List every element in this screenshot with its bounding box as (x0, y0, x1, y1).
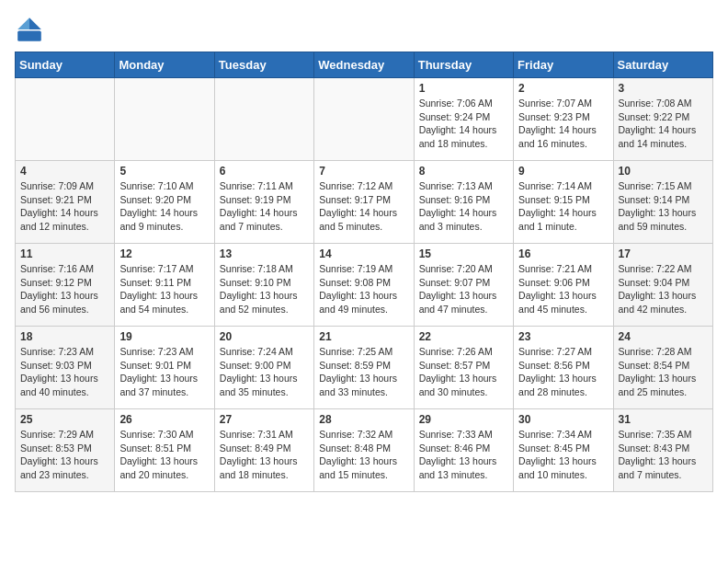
day-info: Sunrise: 7:17 AM Sunset: 9:11 PM Dayligh… (119, 262, 209, 316)
day-number: 4 (20, 165, 109, 178)
day-number: 23 (518, 330, 608, 343)
calendar-cell: 30Sunrise: 7:34 AM Sunset: 8:45 PM Dayli… (514, 409, 613, 492)
calendar-cell: 1Sunrise: 7:06 AM Sunset: 9:24 PM Daylig… (414, 78, 513, 161)
day-info: Sunrise: 7:24 AM Sunset: 9:00 PM Dayligh… (220, 345, 309, 399)
day-info: Sunrise: 7:34 AM Sunset: 8:45 PM Dayligh… (518, 428, 608, 482)
day-number: 13 (220, 247, 309, 260)
day-number: 10 (619, 165, 708, 178)
calendar-cell: 28Sunrise: 7:32 AM Sunset: 8:48 PM Dayli… (314, 409, 414, 492)
day-number: 24 (619, 330, 708, 343)
day-info: Sunrise: 7:12 AM Sunset: 9:17 PM Dayligh… (319, 179, 408, 234)
day-number: 6 (220, 165, 309, 178)
day-number: 2 (518, 82, 608, 95)
calendar-cell: 4Sunrise: 7:09 AM Sunset: 9:21 PM Daylig… (16, 161, 115, 244)
day-number: 9 (518, 165, 608, 178)
day-number: 5 (119, 165, 209, 178)
day-info: Sunrise: 7:19 AM Sunset: 9:08 PM Dayligh… (319, 262, 408, 316)
day-number: 20 (220, 330, 309, 343)
week-row-4: 18Sunrise: 7:23 AM Sunset: 9:03 PM Dayli… (16, 327, 713, 409)
day-number: 29 (419, 413, 508, 426)
calendar-cell (314, 78, 414, 161)
day-info: Sunrise: 7:21 AM Sunset: 9:06 PM Dayligh… (518, 262, 608, 316)
calendar-cell: 29Sunrise: 7:33 AM Sunset: 8:46 PM Dayli… (414, 409, 513, 492)
calendar-cell: 3Sunrise: 7:08 AM Sunset: 9:22 PM Daylig… (613, 78, 712, 161)
day-info: Sunrise: 7:35 AM Sunset: 8:43 PM Dayligh… (619, 428, 708, 482)
column-header-thursday: Thursday (414, 52, 513, 78)
calendar-cell: 15Sunrise: 7:20 AM Sunset: 9:07 PM Dayli… (414, 244, 513, 327)
calendar-cell: 12Sunrise: 7:17 AM Sunset: 9:11 PM Dayli… (115, 244, 214, 327)
calendar-cell: 27Sunrise: 7:31 AM Sunset: 8:49 PM Dayli… (214, 409, 313, 492)
day-info: Sunrise: 7:10 AM Sunset: 9:20 PM Dayligh… (119, 179, 209, 234)
calendar-cell: 7Sunrise: 7:12 AM Sunset: 9:17 PM Daylig… (314, 161, 414, 244)
day-info: Sunrise: 7:15 AM Sunset: 9:14 PM Dayligh… (619, 179, 708, 234)
day-info: Sunrise: 7:22 AM Sunset: 9:04 PM Dayligh… (619, 262, 708, 316)
day-info: Sunrise: 7:18 AM Sunset: 9:10 PM Dayligh… (220, 262, 309, 316)
day-info: Sunrise: 7:26 AM Sunset: 8:57 PM Dayligh… (419, 345, 508, 399)
day-number: 18 (20, 330, 109, 343)
day-info: Sunrise: 7:14 AM Sunset: 9:15 PM Dayligh… (518, 179, 608, 234)
day-info: Sunrise: 7:08 AM Sunset: 9:22 PM Dayligh… (619, 97, 708, 151)
calendar-cell: 13Sunrise: 7:18 AM Sunset: 9:10 PM Dayli… (214, 244, 313, 327)
day-info: Sunrise: 7:11 AM Sunset: 9:19 PM Dayligh… (220, 179, 309, 234)
day-number: 16 (518, 247, 608, 260)
calendar-cell: 10Sunrise: 7:15 AM Sunset: 9:14 PM Dayli… (613, 161, 712, 244)
calendar-cell: 19Sunrise: 7:23 AM Sunset: 9:01 PM Dayli… (115, 327, 214, 409)
column-header-wednesday: Wednesday (314, 52, 414, 78)
calendar-cell: 5Sunrise: 7:10 AM Sunset: 9:20 PM Daylig… (115, 161, 214, 244)
day-info: Sunrise: 7:23 AM Sunset: 9:01 PM Dayligh… (119, 345, 209, 399)
day-number: 17 (619, 247, 708, 260)
svg-rect-2 (17, 31, 41, 41)
day-info: Sunrise: 7:13 AM Sunset: 9:16 PM Dayligh… (419, 179, 508, 234)
column-header-saturday: Saturday (613, 52, 712, 78)
column-header-tuesday: Tuesday (214, 52, 313, 78)
day-number: 26 (119, 413, 209, 426)
day-number: 14 (319, 247, 408, 260)
calendar-cell: 9Sunrise: 7:14 AM Sunset: 9:15 PM Daylig… (514, 161, 613, 244)
day-info: Sunrise: 7:07 AM Sunset: 9:23 PM Dayligh… (518, 97, 608, 151)
day-info: Sunrise: 7:28 AM Sunset: 8:54 PM Dayligh… (619, 345, 708, 399)
logo-icon (15, 15, 44, 44)
column-header-monday: Monday (115, 52, 214, 78)
day-info: Sunrise: 7:33 AM Sunset: 8:46 PM Dayligh… (419, 428, 508, 482)
day-info: Sunrise: 7:29 AM Sunset: 8:53 PM Dayligh… (20, 428, 109, 482)
day-number: 8 (419, 165, 508, 178)
page-header (15, 15, 713, 44)
week-row-3: 11Sunrise: 7:16 AM Sunset: 9:12 PM Dayli… (16, 244, 713, 327)
calendar-cell: 17Sunrise: 7:22 AM Sunset: 9:04 PM Dayli… (613, 244, 712, 327)
calendar-cell: 8Sunrise: 7:13 AM Sunset: 9:16 PM Daylig… (414, 161, 513, 244)
day-info: Sunrise: 7:31 AM Sunset: 8:49 PM Dayligh… (220, 428, 309, 482)
day-number: 1 (419, 82, 508, 95)
day-info: Sunrise: 7:20 AM Sunset: 9:07 PM Dayligh… (419, 262, 508, 316)
day-number: 19 (119, 330, 209, 343)
calendar-cell: 6Sunrise: 7:11 AM Sunset: 9:19 PM Daylig… (214, 161, 313, 244)
day-info: Sunrise: 7:09 AM Sunset: 9:21 PM Dayligh… (20, 179, 109, 234)
day-number: 7 (319, 165, 408, 178)
calendar-cell: 18Sunrise: 7:23 AM Sunset: 9:03 PM Dayli… (16, 327, 115, 409)
calendar-cell (115, 78, 214, 161)
day-number: 12 (119, 247, 209, 260)
day-number: 3 (619, 82, 708, 95)
day-info: Sunrise: 7:23 AM Sunset: 9:03 PM Dayligh… (20, 345, 109, 399)
day-info: Sunrise: 7:30 AM Sunset: 8:51 PM Dayligh… (119, 428, 209, 482)
calendar-cell (16, 78, 115, 161)
svg-marker-0 (29, 17, 41, 29)
calendar-table: SundayMondayTuesdayWednesdayThursdayFrid… (15, 52, 713, 492)
day-info: Sunrise: 7:27 AM Sunset: 8:56 PM Dayligh… (518, 345, 608, 399)
day-info: Sunrise: 7:32 AM Sunset: 8:48 PM Dayligh… (319, 428, 408, 482)
day-info: Sunrise: 7:25 AM Sunset: 8:59 PM Dayligh… (319, 345, 408, 399)
calendar-cell (214, 78, 313, 161)
day-number: 31 (619, 413, 708, 426)
day-number: 21 (319, 330, 408, 343)
calendar-cell: 14Sunrise: 7:19 AM Sunset: 9:08 PM Dayli… (314, 244, 414, 327)
day-number: 15 (419, 247, 508, 260)
svg-marker-1 (17, 17, 29, 29)
logo (15, 15, 48, 44)
day-number: 25 (20, 413, 109, 426)
day-info: Sunrise: 7:06 AM Sunset: 9:24 PM Dayligh… (419, 97, 508, 151)
day-number: 27 (220, 413, 309, 426)
week-row-5: 25Sunrise: 7:29 AM Sunset: 8:53 PM Dayli… (16, 409, 713, 492)
calendar-cell: 23Sunrise: 7:27 AM Sunset: 8:56 PM Dayli… (514, 327, 613, 409)
week-row-1: 1Sunrise: 7:06 AM Sunset: 9:24 PM Daylig… (16, 78, 713, 161)
calendar-header-row: SundayMondayTuesdayWednesdayThursdayFrid… (16, 52, 713, 78)
day-number: 30 (518, 413, 608, 426)
